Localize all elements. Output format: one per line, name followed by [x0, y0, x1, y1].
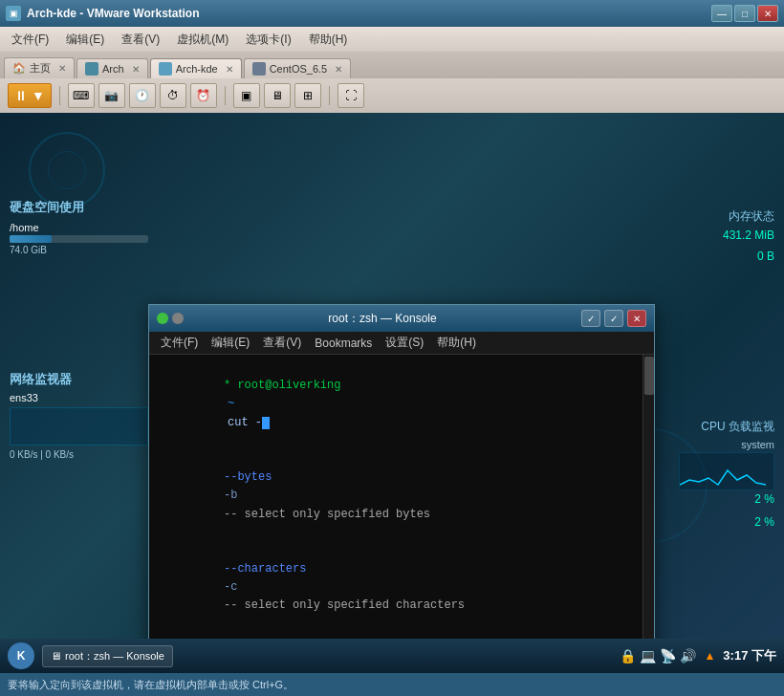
terminal-line-characters: --characters -c -- select only specified… — [155, 542, 637, 634]
konsole-menu-settings[interactable]: 设置(S) — [380, 333, 429, 353]
memory-value: 431.2 MiB — [679, 228, 774, 242]
konsole-scrollbar[interactable] — [642, 355, 654, 639]
terminal-prompt-user: * root@oliverking — [224, 379, 340, 392]
cpu-widget: CPU 负载监视 system 2 % 2 % — [679, 419, 774, 529]
term-desc-bytes: -- select only specified bytes — [224, 508, 430, 521]
screenshot-button[interactable]: 📷 — [98, 83, 125, 108]
terminal-prompt-line: * root@oliverking ~ cut - — [155, 359, 637, 450]
cpu-label: CPU 负载监视 — [679, 419, 774, 435]
term-flag-bytes: --bytes — [224, 468, 367, 487]
network-title: 网络监视器 — [10, 371, 148, 388]
tab-centos[interactable]: CentOS_6.5 ✕ — [244, 58, 352, 78]
disk-bar — [10, 235, 148, 243]
tab-bar: 🏠 主页 ✕ Arch ✕ Arch-kde ✕ CentOS_6.5 ✕ — [0, 52, 784, 78]
status-bar: 要将输入定向到该虚拟机，请在虚拟机内部单击或按 Ctrl+G。 — [0, 673, 784, 696]
taskbar-triangle-icon: ▲ — [704, 649, 715, 663]
disk-bar-fill — [10, 235, 52, 243]
network-speeds: 0 KB/s | 0 KB/s — [10, 449, 148, 460]
term-flag-chars: --characters — [224, 560, 367, 578]
toolbar: ⏸ ▼ ⌨ 📷 🕐 ⏱ ⏰ ▣ 🖥 ⊞ ⛶ — [0, 78, 784, 113]
taskbar-icons: 🔒 💻 📡 🔊 — [620, 648, 696, 663]
clock2-button[interactable]: ⏱ — [160, 83, 186, 108]
konsole-content[interactable]: * root@oliverking ~ cut - --bytes -b -- … — [149, 355, 654, 639]
vm-display[interactable]: 硬盘空间使用 /home 74.0 GiB 网络监视器 ens33 0 KB/s… — [0, 113, 784, 639]
taskbar-icon-lock[interactable]: 🔒 — [620, 648, 636, 663]
terminal-prompt-symbol: ~ — [228, 397, 234, 410]
close-button[interactable]: ✕ — [757, 5, 778, 22]
pause-button[interactable]: ⏸ ▼ — [8, 83, 52, 108]
tab-centos-close[interactable]: ✕ — [335, 64, 342, 75]
taskbar-app-button[interactable]: 🖥 root：zsh — Konsole — [42, 645, 173, 667]
network-interface: ens33 — [10, 392, 148, 403]
menu-edit[interactable]: 编辑(E) — [58, 30, 112, 50]
taskbar-icon-display[interactable]: 💻 — [640, 648, 656, 663]
term-short-bytes: -b — [224, 487, 252, 505]
tab-arch-kde[interactable]: Arch-kde ✕ — [150, 58, 242, 78]
title-bar: ▣ Arch-kde - VMware Workstation — □ ✕ — [0, 0, 784, 27]
clock-button[interactable]: 🕐 — [129, 83, 156, 108]
konsole-titlebar: root：zsh — Konsole ✓ ✓ ✕ — [149, 305, 654, 332]
toolbar-separator-1 — [59, 86, 60, 105]
konsole-dot-gray[interactable] — [172, 313, 184, 324]
tab-arch[interactable]: Arch ✕ — [76, 58, 148, 78]
tab-arch-kde-close[interactable]: ✕ — [226, 64, 233, 75]
window-title: Arch-kde - VMware Workstation — [27, 7, 199, 20]
konsole-window: root：zsh — Konsole ✓ ✓ ✕ 文件(F) 编辑(E) 查看(… — [148, 304, 655, 639]
konsole-minimize-button[interactable]: ✓ — [581, 310, 600, 327]
tab-arch-close[interactable]: ✕ — [132, 64, 140, 75]
taskbar-icon-volume[interactable]: 🔊 — [680, 648, 696, 663]
menu-tabs[interactable]: 选项卡(I) — [238, 30, 298, 50]
menu-bar: 文件(F) 编辑(E) 查看(V) 虚拟机(M) 选项卡(I) 帮助(H) — [0, 27, 784, 52]
clock3-button[interactable]: ⏰ — [190, 83, 217, 108]
term-desc-chars: -- select only specified characters — [224, 598, 465, 612]
maximize-button[interactable]: □ — [734, 5, 755, 22]
memory-second: 0 B — [679, 250, 774, 263]
send-ctrl-alt-del-button[interactable]: ⌨ — [68, 83, 95, 108]
konsole-dot-green[interactable] — [157, 313, 168, 324]
tab-home[interactable]: 🏠 主页 ✕ — [4, 57, 75, 78]
konsole-menu-file[interactable]: 文件(F) — [155, 333, 204, 353]
cpu-percent: 2 % — [679, 492, 774, 506]
taskbar-icon-network[interactable]: 📡 — [660, 648, 676, 663]
memory-widget: 内存状态 431.2 MiB 0 B — [679, 208, 774, 263]
menu-file[interactable]: 文件(F) — [4, 30, 56, 50]
konsole-title: root：zsh — Konsole — [184, 311, 581, 327]
app-icon: ▣ — [6, 6, 21, 21]
terminal-cursor — [262, 417, 270, 429]
konsole-menu-help[interactable]: 帮助(H) — [431, 333, 482, 353]
monitor-button[interactable]: 🖥 — [264, 83, 291, 108]
konsole-close-button[interactable]: ✕ — [627, 310, 646, 327]
tab-home-close[interactable]: ✕ — [58, 63, 66, 74]
disk-title: 硬盘空间使用 — [10, 199, 148, 216]
term-short-chars: -c — [224, 578, 252, 597]
taskbar: K 🖥 root：zsh — Konsole 🔒 💻 📡 🔊 ▲ 3:17 下午 — [0, 639, 784, 673]
konsole-menubar: 文件(F) 编辑(E) 查看(V) Bookmarks 设置(S) 帮助(H) — [149, 332, 654, 355]
kde-start-button[interactable]: K — [8, 642, 34, 669]
menu-view[interactable]: 查看(V) — [114, 30, 167, 50]
terminal-command: cut - — [228, 416, 262, 429]
status-text: 要将输入定向到该虚拟机，请在虚拟机内部单击或按 Ctrl+G。 — [8, 678, 294, 692]
view-button[interactable]: ▣ — [233, 83, 260, 108]
fit-button[interactable]: ⊞ — [294, 83, 321, 108]
fullscreen-button[interactable]: ⛶ — [338, 83, 364, 108]
konsole-maximize-button[interactable]: ✓ — [604, 310, 623, 327]
taskbar-time: 3:17 下午 — [723, 647, 776, 664]
disk-size: 74.0 GiB — [10, 245, 148, 255]
network-widget: 网络监视器 ens33 0 KB/s | 0 KB/s — [10, 371, 148, 460]
konsole-scrollbar-thumb[interactable] — [644, 357, 654, 395]
menu-help[interactable]: 帮助(H) — [301, 30, 356, 50]
cpu-percent2: 2 % — [679, 515, 774, 529]
konsole-terminal[interactable]: * root@oliverking ~ cut - --bytes -b -- … — [149, 355, 642, 639]
disk-widget: 硬盘空间使用 /home 74.0 GiB — [10, 199, 148, 255]
menu-vm[interactable]: 虚拟机(M) — [169, 30, 236, 50]
konsole-menu-view[interactable]: 查看(V) — [257, 333, 307, 353]
disk-home-label: /home — [10, 222, 148, 233]
taskbar-app-label: root：zsh — Konsole — [65, 649, 164, 663]
konsole-menu-edit[interactable]: 编辑(E) — [206, 333, 255, 353]
memory-label: 内存状态 — [679, 208, 774, 225]
toolbar-separator-3 — [329, 86, 330, 105]
cpu-system: system — [679, 439, 774, 450]
konsole-menu-bookmarks[interactable]: Bookmarks — [309, 335, 378, 352]
minimize-button[interactable]: — — [711, 5, 732, 22]
terminal-line-bytes: --bytes -b -- select only specified byte… — [155, 450, 637, 542]
